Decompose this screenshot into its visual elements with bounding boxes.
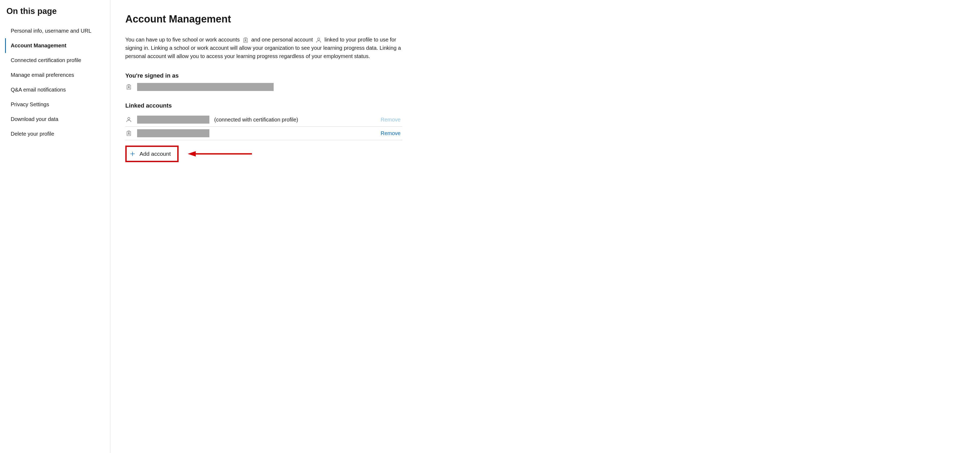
callout-highlight-box: Add account xyxy=(125,146,178,162)
sidebar: On this page Personal info, username and… xyxy=(0,0,110,453)
badge-icon xyxy=(242,37,249,43)
sidebar-item-certification-profile[interactable]: Connected certification profile xyxy=(5,53,110,68)
sidebar-item-email-preferences[interactable]: Manage email preferences xyxy=(5,68,110,82)
signed-in-heading: You're signed in as xyxy=(125,72,402,79)
signed-in-account-redacted xyxy=(137,83,274,91)
desc-part2: and one personal account xyxy=(251,36,313,43)
remove-account-link[interactable]: Remove xyxy=(381,117,402,123)
linked-account-row: (connected with certification profile) R… xyxy=(125,113,402,127)
main-content: Account Management You can have up to fi… xyxy=(110,0,418,453)
add-account-label: Add account xyxy=(140,150,171,157)
person-icon xyxy=(125,116,132,123)
add-account-callout: Add account xyxy=(125,146,252,162)
account-description: You can have up to five school or work a… xyxy=(125,36,402,60)
sidebar-title: On this page xyxy=(6,6,110,16)
person-icon xyxy=(315,37,322,43)
linked-accounts-heading: Linked accounts xyxy=(125,102,402,109)
add-account-button[interactable]: Add account xyxy=(127,147,177,161)
desc-part1: You can have up to five school or work a… xyxy=(125,36,240,43)
plus-icon xyxy=(129,150,136,157)
sidebar-item-privacy-settings[interactable]: Privacy Settings xyxy=(5,97,110,112)
sidebar-item-account-management[interactable]: Account Management xyxy=(5,38,110,53)
badge-icon xyxy=(125,130,132,136)
callout-arrow-icon xyxy=(188,146,252,162)
svg-marker-6 xyxy=(188,151,196,157)
linked-account-redacted xyxy=(137,129,209,137)
sidebar-item-qa-notifications[interactable]: Q&A email notifications xyxy=(5,82,110,97)
page-title: Account Management xyxy=(125,13,402,25)
linked-account-row: Remove xyxy=(125,127,402,140)
linked-accounts-list: (connected with certification profile) R… xyxy=(125,113,402,140)
badge-icon xyxy=(125,84,132,90)
sidebar-item-delete-profile[interactable]: Delete your profile xyxy=(5,127,110,141)
sidebar-item-personal-info[interactable]: Personal info, username and URL xyxy=(5,24,110,38)
linked-account-redacted xyxy=(137,116,209,124)
remove-account-link[interactable]: Remove xyxy=(381,130,402,136)
linked-account-note: (connected with certification profile) xyxy=(214,117,376,123)
signed-in-row xyxy=(125,83,402,91)
sidebar-item-download-data[interactable]: Download your data xyxy=(5,112,110,127)
